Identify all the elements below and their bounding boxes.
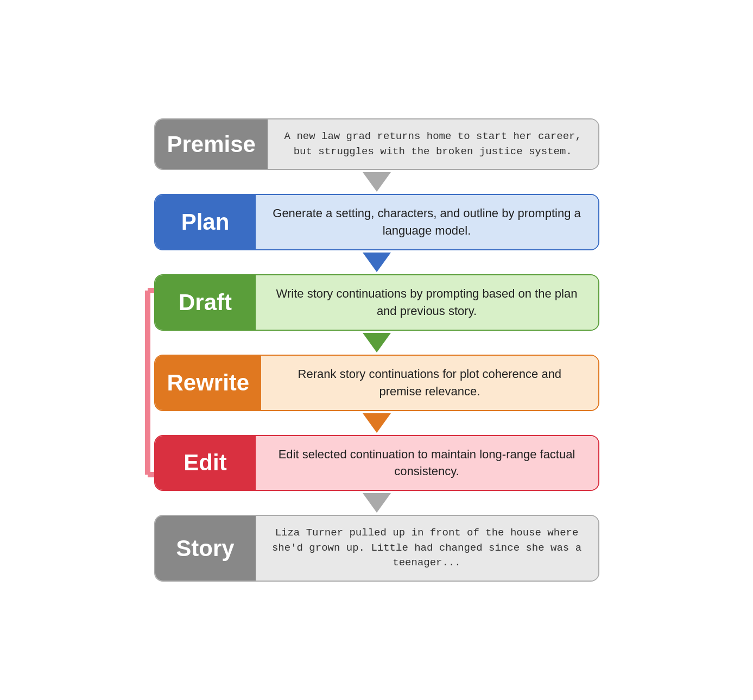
story-label: Story	[176, 535, 234, 562]
arrow-down-orange-1	[363, 413, 391, 433]
story-description: Liza Turner pulled up in front of the ho…	[271, 526, 583, 571]
rewrite-label-box: Rewrite	[155, 356, 262, 410]
edit-description: Edit selected continuation to maintain l…	[271, 446, 583, 481]
plan-description: Generate a setting, characters, and outl…	[271, 205, 583, 239]
arrow-plan-to-draft	[154, 250, 599, 274]
rewrite-description: Rerank story continuations for plot cohe…	[276, 365, 583, 400]
arrow-down-blue-1	[363, 253, 391, 272]
arrow-down-gray-2	[363, 493, 391, 513]
plan-label: Plan	[181, 209, 230, 235]
story-row: Story Liza Turner pulled up in front of …	[154, 515, 599, 582]
premise-desc-box: A new law grad returns home to start her…	[268, 119, 598, 169]
rewrite-label: Rewrite	[167, 370, 250, 396]
plan-desc-box: Generate a setting, characters, and outl…	[256, 195, 598, 249]
diagram-container: Premise A new law grad returns home to s…	[154, 118, 599, 582]
arrow-down-green-1	[363, 333, 391, 352]
premise-description: A new law grad returns home to start her…	[283, 129, 583, 159]
rewrite-desc-box: Rerank story continuations for plot cohe…	[261, 356, 598, 410]
rewrite-row: Rewrite Rerank story continuations for p…	[154, 355, 599, 411]
draft-row: Draft Write story continuations by promp…	[154, 274, 599, 331]
loop-back-arrow	[122, 274, 154, 491]
edit-label-box: Edit	[155, 436, 256, 490]
arrow-rewrite-to-edit	[154, 411, 599, 435]
arrow-edit-to-story	[154, 491, 599, 515]
draft-label: Draft	[179, 289, 232, 316]
premise-row: Premise A new law grad returns home to s…	[154, 118, 599, 170]
arrow-draft-to-rewrite	[154, 331, 599, 355]
plan-label-box: Plan	[155, 195, 256, 249]
arrow-down-gray-1	[363, 172, 391, 192]
arrow-premise-to-plan	[154, 170, 599, 194]
loop-section: Draft Write story continuations by promp…	[154, 274, 599, 491]
premise-label: Premise	[167, 131, 256, 157]
story-desc-box: Liza Turner pulled up in front of the ho…	[256, 516, 598, 581]
draft-label-box: Draft	[155, 275, 256, 330]
edit-label: Edit	[183, 450, 226, 476]
edit-desc-box: Edit selected continuation to maintain l…	[256, 436, 598, 490]
story-label-box: Story	[155, 516, 256, 581]
draft-desc-box: Write story continuations by prompting b…	[256, 275, 598, 330]
premise-label-box: Premise	[155, 119, 268, 169]
edit-row: Edit Edit selected continuation to maint…	[154, 435, 599, 491]
draft-description: Write story continuations by prompting b…	[271, 285, 583, 320]
plan-row: Plan Generate a setting, characters, and…	[154, 194, 599, 250]
